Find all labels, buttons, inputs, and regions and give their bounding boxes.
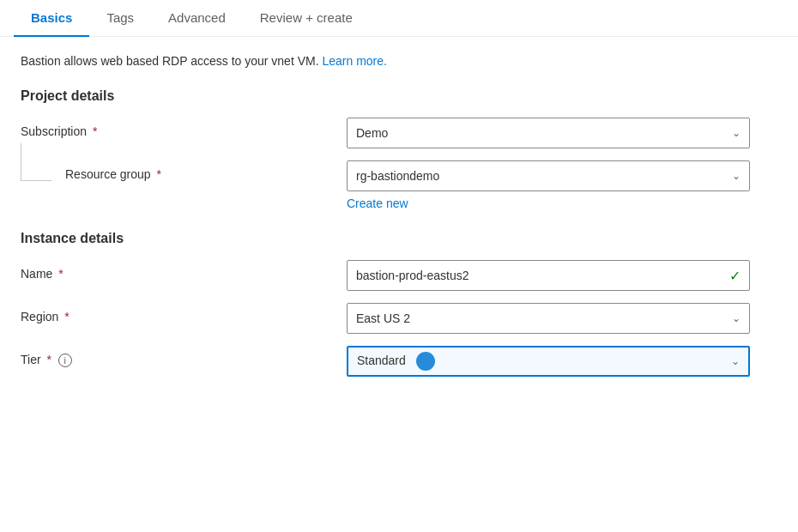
subscription-chevron-icon: ⌄ <box>732 127 741 139</box>
resource-group-control: rg-bastiondemo ⌄ Create new <box>347 160 750 210</box>
name-input-box[interactable]: bastion-prod-eastus2 ✓ <box>347 260 750 291</box>
subscription-control: Demo ⌄ <box>347 118 750 148</box>
project-details-heading: Project details <box>21 88 777 104</box>
region-value: East US 2 <box>356 311 410 325</box>
subscription-dropdown[interactable]: Demo ⌄ <box>347 118 750 148</box>
tier-row: Tier * i Standard ⌄ <box>21 346 777 377</box>
region-chevron-icon: ⌄ <box>732 312 741 324</box>
region-row: Region * East US 2 ⌄ <box>21 303 777 334</box>
rg-chevron-icon: ⌄ <box>732 170 741 182</box>
name-control: bastion-prod-eastus2 ✓ <box>347 260 750 291</box>
tier-chevron-icon: ⌄ <box>731 355 740 367</box>
resource-group-dropdown[interactable]: rg-bastiondemo ⌄ <box>347 160 750 191</box>
connector-line <box>21 143 51 181</box>
rg-required: * <box>157 167 161 181</box>
tier-value: Standard <box>357 352 435 371</box>
rg-label-area: Resource group * <box>21 160 347 181</box>
rg-value: rg-bastiondemo <box>356 169 439 183</box>
name-row: Name * bastion-prod-eastus2 ✓ <box>21 260 777 291</box>
name-value: bastion-prod-eastus2 <box>356 269 469 282</box>
cursor-indicator <box>416 352 435 371</box>
tier-label: Tier * i <box>21 346 347 367</box>
tab-advanced[interactable]: Advanced <box>151 0 243 37</box>
resource-group-row: Resource group * rg-bastiondemo ⌄ Create… <box>21 160 777 210</box>
subscription-row: Subscription * Demo ⌄ <box>21 118 777 148</box>
name-label: Name * <box>21 260 347 281</box>
instance-details-heading: Instance details <box>21 231 777 246</box>
region-control: East US 2 ⌄ <box>347 303 750 334</box>
tier-control: Standard ⌄ <box>347 346 750 377</box>
project-details-section: Project details Subscription * Demo ⌄ Re… <box>21 88 777 210</box>
region-required: * <box>64 310 69 323</box>
subscription-label: Subscription * <box>21 118 347 138</box>
create-new-link[interactable]: Create new <box>347 196 408 210</box>
name-valid-icon: ✓ <box>729 268 741 284</box>
tier-required: * <box>46 353 51 366</box>
region-dropdown[interactable]: East US 2 ⌄ <box>347 303 750 334</box>
learn-more-link[interactable]: Learn more. <box>322 54 386 68</box>
instance-details-section: Instance details Name * bastion-prod-eas… <box>21 231 777 377</box>
tab-basics[interactable]: Basics <box>14 0 89 37</box>
name-required: * <box>58 267 63 281</box>
main-content: Bastion allows web based RDP access to y… <box>0 37 798 406</box>
subscription-required: * <box>93 124 97 138</box>
tab-review-create[interactable]: Review + create <box>243 0 370 37</box>
tier-info-icon[interactable]: i <box>58 354 72 367</box>
tier-dropdown[interactable]: Standard ⌄ <box>347 346 750 377</box>
info-description: Bastion allows web based RDP access to y… <box>21 54 777 68</box>
region-label: Region * <box>21 303 347 323</box>
tab-bar: Basics Tags Advanced Review + create <box>0 0 798 37</box>
subscription-value: Demo <box>356 126 388 140</box>
resource-group-label: Resource group * <box>65 160 161 181</box>
tab-tags[interactable]: Tags <box>89 0 151 37</box>
